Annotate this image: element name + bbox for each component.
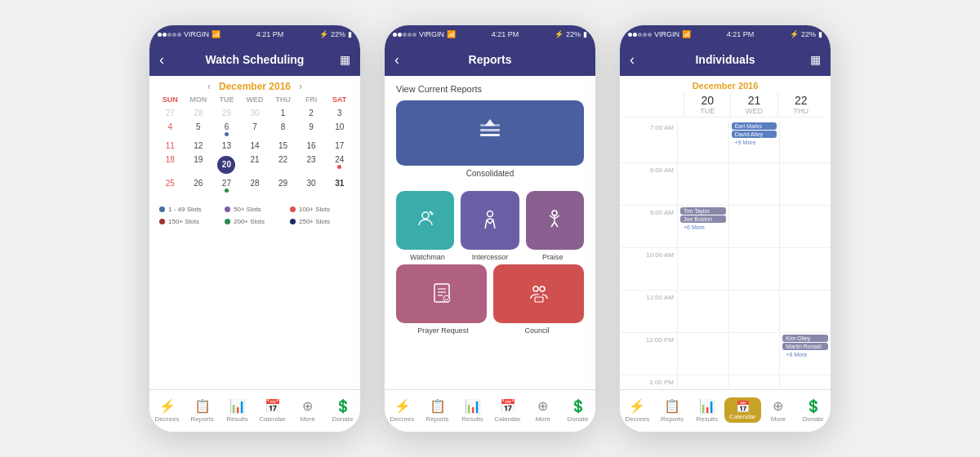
more-chip[interactable]: +6 More [680,224,726,231]
tab-calendar-1[interactable]: 📅 Calendar [255,398,290,423]
cal-day[interactable]: 30 [241,107,270,120]
event-chip[interactable]: Joe Boston [680,215,726,223]
watchman-icon [414,207,437,234]
time-row-12pm: 12:00 PM Kim Olley Martin Ronald +8 More [620,333,831,375]
time-slot [728,291,780,332]
cal-day[interactable]: 11 [156,140,185,153]
tab-results-3[interactable]: 📊 Results [689,398,724,423]
cal-day[interactable]: 10 [325,121,354,139]
cal-day[interactable]: 19 [185,153,213,176]
tab-results-1[interactable]: 📊 Results [220,398,255,423]
event-chip[interactable]: David Alley [732,131,777,138]
watchman-card[interactable] [396,191,454,250]
screen-title-3: Individuals [646,53,804,66]
cal-day[interactable]: 28 [185,107,213,120]
tab-decrees-2[interactable]: ⚡ Decrees [385,398,420,423]
event-chip[interactable]: Martin Ronald [782,343,828,350]
cal-day[interactable]: 25 [156,177,185,195]
event-chip[interactable]: Tim Taylor [680,207,726,215]
legend-item: 200+ Slots [225,218,285,225]
tab-calendar-3[interactable]: 📅 Calendar [724,397,760,423]
tab-reports-2[interactable]: 📋 Reports [420,398,455,423]
cal-day[interactable]: 2 [297,107,326,120]
cal-day[interactable]: 8 [269,121,297,139]
cal-day[interactable]: 14 [241,140,270,153]
tab-reports-1[interactable]: 📋 Reports [185,398,220,423]
cal-day[interactable]: 27 [156,107,185,120]
tab-calendar-2[interactable]: 📅 Calendar [490,398,525,423]
tab-donate-2[interactable]: 💲 Donate [560,398,595,423]
tab-results-2[interactable]: 📊 Results [455,398,490,423]
calendar-icon-header-1[interactable]: ▦ [334,53,350,66]
next-month-1[interactable]: › [299,81,302,92]
cal-day[interactable]: 21 [241,153,270,176]
more-chip[interactable]: +9 More [732,139,777,146]
event-chip[interactable]: Kim Olley [782,335,828,342]
tab-bar-3: ⚡ Decrees 📋 Reports 📊 Results 📅 Calendar… [620,389,831,432]
praise-card[interactable] [526,191,584,250]
time-slot [677,248,728,290]
cal-day[interactable]: 6 [212,121,241,139]
svg-rect-1 [480,129,500,131]
back-button-2[interactable]: ‹ [394,51,411,69]
dot [163,33,167,37]
time-1: 4:21 PM [256,30,284,38]
cal-day[interactable]: 24 [325,153,354,176]
more-chip[interactable]: +8 More [782,351,828,358]
cal-day[interactable]: 13 [212,140,241,153]
results-icon: 📊 [229,398,246,414]
event-chip[interactable]: Earl Marks [732,122,777,130]
phone-header-1: ‹ Watch Scheduling ▦ [149,43,360,76]
cal-day[interactable]: 17 [325,140,354,153]
cal-day[interactable]: 3 [325,107,354,120]
tab-more-2[interactable]: ⊕ More [525,398,560,423]
cal-day[interactable]: 31 [325,177,354,195]
calendar-icon-header-3[interactable]: ▦ [804,53,821,66]
legend-label: 50+ Slots [234,206,261,213]
tab-label-3: Reports [661,415,684,423]
status-right-3: ⚡ 22% ▮ [790,30,822,38]
back-button-1[interactable]: ‹ [159,51,176,69]
cal-day[interactable]: 7 [241,121,270,139]
cal-day[interactable]: 5 [185,121,213,139]
council-card[interactable] [493,264,584,323]
cal-day[interactable]: 9 [297,121,326,139]
consolidated-card[interactable] [396,100,584,166]
intercessor-card[interactable] [461,191,519,250]
cal-day[interactable]: 12 [185,140,213,153]
tab-label-3: Decrees [625,415,649,423]
tab-decrees-3[interactable]: ⚡ Decrees [620,398,655,423]
cal-day[interactable]: 15 [269,140,297,153]
time-slot: Kim Olley Martin Ronald +8 More [779,333,831,375]
cal-day[interactable]: 30 [297,177,326,195]
intercessor-label: Intercessor [459,253,522,261]
tab-more-1[interactable]: ⊕ More [290,398,325,423]
cal-day[interactable]: 27 [212,177,241,195]
cal-day[interactable]: 23 [297,153,326,176]
svg-point-6 [552,211,557,215]
more-icon-2: ⊕ [537,398,548,414]
dot [158,33,162,37]
cal-day[interactable]: 29 [212,107,241,120]
status-bar-3: VIRGIN 📶 4:21 PM ⚡ 22% ▮ [620,25,831,43]
cal-day[interactable]: 28 [241,177,270,195]
prev-month-1[interactable]: ‹ [207,81,211,92]
back-button-3[interactable]: ‹ [630,51,646,69]
tab-donate-3[interactable]: 💲 Donate [795,398,831,423]
cal-day-today[interactable]: 20 [212,153,241,176]
cal-day[interactable]: 29 [269,177,297,195]
tab-decrees-1[interactable]: ⚡ Decrees [149,398,185,423]
consolidated-label: Consolidated [396,169,584,178]
tab-more-3[interactable]: ⊕ More [761,398,796,423]
cal-day[interactable]: 18 [156,153,185,176]
tab-reports-3[interactable]: 📋 Reports [655,398,690,423]
cal-day[interactable]: 4 [156,121,185,139]
ind-day-num: 22 [778,94,824,107]
cal-day[interactable]: 26 [185,177,213,195]
decrees-icon-2: ⚡ [394,398,411,414]
cal-day[interactable]: 16 [297,140,326,153]
prayer-request-card[interactable] [396,264,487,323]
cal-day[interactable]: 22 [269,153,297,176]
tab-donate-1[interactable]: 💲 Donate [325,398,360,423]
cal-day[interactable]: 1 [269,107,297,120]
